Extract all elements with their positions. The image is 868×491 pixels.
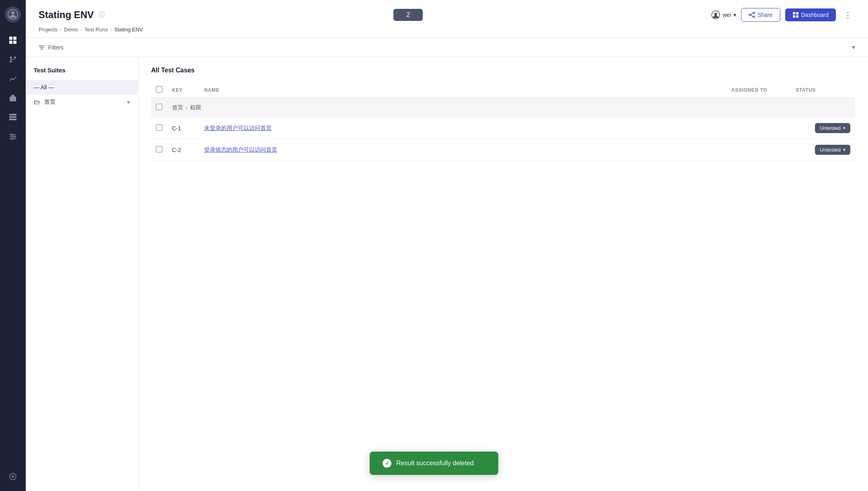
svg-rect-30 bbox=[796, 12, 798, 14]
dashboard-label: Dashboard bbox=[801, 12, 829, 18]
group-path-sep: › bbox=[186, 105, 188, 111]
select-all-checkbox[interactable] bbox=[156, 86, 162, 92]
svg-point-24 bbox=[753, 12, 755, 14]
table-row: C-2 登录状态的用户可以访问首页 Untested ▾ bbox=[151, 139, 855, 161]
key-column-header: KEY bbox=[167, 82, 199, 98]
breadcrumb-projects[interactable]: Projects bbox=[39, 27, 57, 33]
case-name-cell-1: 未登录的用户可以访问首页 bbox=[199, 117, 727, 139]
case-key-1: C-1 bbox=[167, 117, 199, 139]
page-title: Stating ENV bbox=[39, 9, 94, 21]
test-suites-panel: Test Suites — All — 🗁 首页 ▾ bbox=[26, 57, 138, 491]
dashboard-button[interactable]: Dashboard bbox=[785, 8, 836, 21]
cases-table: KEY NAME ASSIGNED TO STATUS bbox=[151, 82, 855, 161]
case-status-label-1: Untested bbox=[820, 125, 841, 131]
cases-table-head: KEY NAME ASSIGNED TO STATUS bbox=[151, 82, 855, 98]
cases-table-body: 首页 › 权限 C-1 未登录的用户可以访问首页 bbox=[151, 98, 855, 161]
case-name-cell-2: 登录状态的用户可以访问首页 bbox=[199, 139, 727, 161]
suite-item[interactable]: 🗁 首页 ▾ bbox=[26, 95, 138, 110]
status-badge-chevron-1: ▾ bbox=[843, 125, 845, 131]
more-options-button[interactable]: ⋮ bbox=[841, 8, 855, 21]
case-status-badge-2[interactable]: Untested ▾ bbox=[815, 145, 850, 155]
case-assigned-2 bbox=[727, 139, 791, 161]
run-badge: 2 bbox=[393, 9, 423, 21]
settings-icon[interactable] bbox=[5, 129, 21, 145]
filters-expand-icon[interactable]: ▾ bbox=[852, 43, 855, 51]
svg-rect-4 bbox=[9, 41, 12, 44]
case-checkbox-1[interactable] bbox=[156, 124, 162, 131]
status-column-header: STATUS bbox=[791, 82, 855, 98]
svg-point-23 bbox=[714, 13, 717, 16]
header-left: Stating ENV ⓘ bbox=[39, 9, 105, 21]
breadcrumb-sep-1: › bbox=[60, 27, 61, 33]
expand-icon[interactable] bbox=[5, 468, 21, 485]
cases-title: All Test Cases bbox=[151, 67, 855, 74]
suite-item-label: 首页 bbox=[44, 99, 55, 106]
case-key-2: C-2 bbox=[167, 139, 199, 161]
svg-rect-9 bbox=[10, 97, 16, 101]
filters-label[interactable]: Filters bbox=[48, 44, 63, 51]
share-label: Share bbox=[757, 12, 772, 18]
svg-point-8 bbox=[10, 61, 12, 63]
assigned-column-header: ASSIGNED TO bbox=[727, 82, 791, 98]
filters-left: Filters bbox=[39, 44, 63, 51]
info-icon[interactable]: ⓘ bbox=[98, 11, 105, 19]
header: Stating ENV ⓘ 2 wei ▾ bbox=[26, 0, 868, 38]
svg-rect-29 bbox=[793, 12, 795, 14]
breadcrumb-sep-3: › bbox=[110, 27, 112, 33]
case-status-badge-1[interactable]: Untested ▾ bbox=[815, 123, 850, 133]
svg-point-26 bbox=[753, 16, 755, 18]
breadcrumb-test-runs[interactable]: Test Runs bbox=[84, 27, 108, 33]
svg-point-16 bbox=[11, 134, 12, 136]
case-status-cell-2: Untested ▾ bbox=[791, 139, 855, 161]
breadcrumb: Projects › Demo › Test Runs › Stating EN… bbox=[39, 27, 855, 37]
folder-icon: 🗁 bbox=[34, 99, 40, 106]
branches-icon[interactable] bbox=[5, 51, 21, 68]
group-path-cell: 首页 › 权限 bbox=[167, 98, 855, 117]
name-column-header: NAME bbox=[199, 82, 727, 98]
svg-rect-2 bbox=[9, 37, 12, 40]
case-link-1[interactable]: 未登录的用户可以访问首页 bbox=[204, 125, 272, 131]
table-row: C-1 未登录的用户可以访问首页 Untested ▾ bbox=[151, 117, 855, 139]
suite-all-item[interactable]: — All — bbox=[26, 80, 138, 95]
content-area: Test Suites — All — 🗁 首页 ▾ All Test Case… bbox=[26, 57, 868, 491]
filter-icon bbox=[39, 44, 45, 51]
toast-notification: ✓ Result successfully deleted bbox=[370, 452, 498, 475]
filters-bar: Filters ▾ bbox=[26, 38, 868, 57]
header-center: 2 bbox=[393, 9, 423, 21]
case-link-2[interactable]: 登录状态的用户可以访问首页 bbox=[204, 146, 277, 153]
dashboard-icon[interactable] bbox=[5, 32, 21, 48]
group-path-part2: 权限 bbox=[190, 104, 201, 111]
svg-rect-3 bbox=[13, 37, 16, 40]
svg-point-7 bbox=[14, 57, 16, 59]
case-assigned-1 bbox=[727, 117, 791, 139]
toast-message: Result successfully deleted bbox=[396, 460, 474, 467]
analytics-icon[interactable] bbox=[5, 71, 21, 87]
svg-point-18 bbox=[11, 138, 12, 140]
case-checkbox-2[interactable] bbox=[156, 146, 162, 152]
projects-icon[interactable] bbox=[5, 90, 21, 106]
svg-line-28 bbox=[751, 15, 753, 16]
breadcrumb-demo[interactable]: Demo bbox=[64, 27, 78, 33]
svg-point-6 bbox=[10, 57, 12, 59]
case-status-cell-1: Untested ▾ bbox=[791, 117, 855, 139]
user-name: wei bbox=[723, 12, 731, 18]
group-row: 首页 › 权限 bbox=[151, 98, 855, 117]
user-chevron-icon: ▾ bbox=[733, 12, 736, 18]
svg-rect-10 bbox=[9, 114, 16, 115]
app-logo[interactable] bbox=[5, 6, 21, 23]
table-icon[interactable] bbox=[5, 109, 21, 125]
svg-rect-5 bbox=[13, 41, 16, 44]
breadcrumb-current: Stating ENV bbox=[115, 27, 143, 33]
status-badge-chevron-2: ▾ bbox=[843, 147, 845, 152]
share-button[interactable]: Share bbox=[741, 8, 780, 22]
svg-rect-32 bbox=[796, 15, 798, 18]
group-checkbox[interactable] bbox=[156, 104, 162, 110]
suites-title: Test Suites bbox=[26, 67, 138, 74]
suite-item-left: 🗁 首页 bbox=[34, 99, 55, 106]
test-cases-panel: All Test Cases KEY NAME ASSIGNED TO STAT… bbox=[138, 57, 868, 491]
svg-rect-12 bbox=[9, 119, 16, 120]
case-checkbox-cell-2 bbox=[151, 139, 167, 161]
breadcrumb-sep-2: › bbox=[80, 27, 82, 33]
user-badge[interactable]: wei ▾ bbox=[711, 10, 736, 19]
svg-rect-11 bbox=[9, 116, 16, 118]
